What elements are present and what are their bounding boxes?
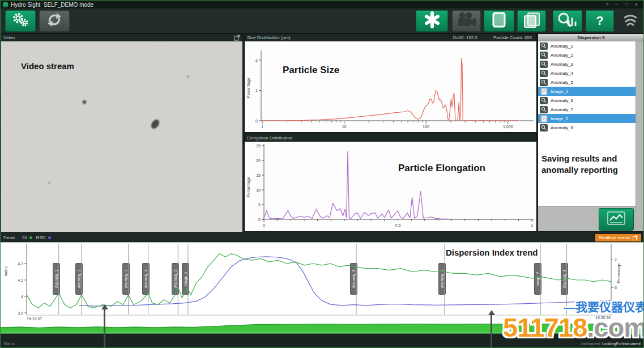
minimize-button[interactable]: – — [615, 1, 618, 9]
capture-frames-button[interactable] — [517, 10, 546, 32]
svg-text:0: 0 — [263, 223, 265, 227]
record-video-button[interactable] — [452, 10, 481, 32]
trend-overview-strip[interactable] — [1, 321, 644, 333]
rsd-legend-dot — [48, 236, 52, 240]
trend-marker-Image_2: Image_2 — [534, 263, 541, 295]
list-item-Anomaly_6[interactable]: Anomaly_6 — [538, 96, 636, 105]
image-icon — [540, 88, 548, 95]
trend-chart-area: Anomaly_1Anomaly_2Anomaly_3Anomaly_4Anom… — [1, 242, 644, 333]
magnifier-icon — [540, 61, 548, 68]
toolbar: ? — [1, 9, 643, 33]
sync-button[interactable] — [39, 10, 70, 32]
list-item-label: Anomaly_3 — [551, 62, 573, 67]
list-item-Anomaly_3[interactable]: Anomaly_3 — [538, 60, 636, 69]
list-item-Image_1[interactable]: Image_1 — [538, 87, 636, 96]
dispersion-header: Dispersion 5 — [538, 34, 644, 41]
size-panel-header: Size Distribution (µm) Dv50: 152.2 Parti… — [245, 34, 536, 41]
sidebar-footer — [538, 206, 636, 231]
svg-text:2: 2 — [615, 258, 617, 262]
trend-marker-Anomaly_5: Anomaly_5 — [172, 263, 179, 295]
particle-count-value: Particle Count: 655 — [493, 35, 532, 40]
size-distribution-chart: 0121101001,000Percentage — [245, 41, 536, 132]
list-item-Anomaly_1[interactable]: Anomaly_1 — [538, 41, 636, 50]
trend-marker-Anomaly_3: Anomaly_3 — [122, 263, 130, 295]
svg-text:1,000: 1,000 — [503, 125, 513, 129]
instrument-label: Instrument: — [581, 342, 601, 346]
save-report-button[interactable] — [599, 208, 634, 231]
elongation-panel-title: Elongation Distribution — [247, 135, 292, 141]
svg-text:4: 4 — [21, 295, 23, 299]
svg-text:Percentage: Percentage — [246, 78, 251, 98]
size-panel-title: Size Distribution (µm) — [247, 35, 291, 40]
list-item-label: Anomaly_5 — [551, 80, 573, 85]
di-legend-dot — [29, 236, 33, 240]
search-chart-icon — [556, 11, 579, 31]
time-start-label: 15:19:07 — [27, 317, 42, 321]
svg-text:1: 1 — [531, 223, 533, 227]
svg-text:5: 5 — [258, 203, 261, 207]
window-title: Hydro Sight SELF_DEMO mode — [11, 2, 93, 8]
index-axis-label: Index — [4, 266, 8, 276]
magnifier-icon — [540, 124, 548, 131]
sidebar-scrollbar[interactable] — [636, 41, 644, 231]
popout-icon[interactable] — [234, 35, 240, 41]
list-item-Image_2[interactable]: Image_2 — [538, 114, 636, 123]
list-item-label: Anomaly_7 — [551, 107, 573, 112]
copy-frames-icon — [522, 11, 541, 31]
trend-marker-Anomaly_4: Anomaly_4 — [142, 263, 150, 295]
instrument-status: Instrument: LookingForInstrument — [581, 342, 641, 346]
results-list: Anomaly_1Anomaly_2Anomaly_3Anomaly_4Anom… — [538, 41, 636, 132]
status-text: Status — [3, 342, 15, 346]
magnifier-icon — [540, 52, 548, 59]
svg-text:100: 100 — [423, 125, 429, 129]
video-panel-header: Video — [1, 34, 242, 41]
list-item-label: Anomaly_6 — [551, 98, 573, 103]
new-measurement-button[interactable] — [416, 10, 448, 32]
app-window: Hydro Sight SELF_DEMO mode ? – □ × — [0, 0, 644, 348]
sidebar-empty-area — [538, 132, 636, 206]
list-item-Anomaly_2[interactable]: Anomaly_2 — [538, 50, 636, 60]
settings-button[interactable] — [5, 10, 36, 32]
list-item-Anomaly_5[interactable]: Anomaly_5 — [538, 78, 636, 87]
svg-text:1: 1 — [255, 88, 258, 92]
trend-marker-Image_1: Image_1 — [182, 263, 189, 295]
trend-panel-header: Trend DI RSD Realtime trends — [1, 233, 643, 242]
legend-rsd: RSD — [36, 235, 52, 240]
capture-frame-button[interactable] — [484, 10, 514, 32]
magnifier-icon — [540, 79, 548, 86]
refresh-icon — [45, 11, 63, 31]
maximize-button[interactable]: □ — [625, 1, 628, 9]
image-icon — [540, 115, 548, 122]
results-sidebar: Dispersion 5 Anomaly_1Anomaly_2Anomaly_3… — [538, 33, 644, 232]
svg-text:10: 10 — [256, 188, 261, 192]
trend-title: Trend — [3, 235, 15, 240]
window-help-button[interactable]: ? — [605, 1, 608, 9]
video-panel: Video — [1, 33, 243, 232]
elongation-panel: Elongation Distribution 051015202500.51P… — [244, 134, 537, 232]
svg-text:25: 25 — [256, 144, 261, 148]
percentage-axis-label: Percentage — [617, 263, 621, 283]
legend-di: DI — [23, 235, 33, 240]
svg-text:Percentage: Percentage — [246, 177, 251, 197]
help-button[interactable]: ? — [586, 10, 614, 32]
time-end-label: 15:20:30 — [595, 316, 611, 320]
magnifier-icon — [540, 97, 548, 104]
trend-marker-Anomaly_8: Anomaly_8 — [561, 263, 568, 295]
svg-text:0.5: 0.5 — [395, 223, 401, 227]
elongation-chart: 051015202500.51Percentage — [245, 142, 536, 231]
svg-text:4.2: 4.2 — [18, 262, 23, 266]
close-button[interactable]: × — [635, 1, 638, 9]
frame-icon — [492, 11, 506, 31]
list-item-Anomaly_4[interactable]: Anomaly_4 — [538, 69, 636, 78]
list-item-Anomaly_8[interactable]: Anomaly_8 — [538, 123, 636, 132]
di-legend-label: DI — [23, 235, 27, 240]
realtime-trends-button[interactable]: Realtime trends — [595, 234, 641, 241]
size-distribution-panel: Size Distribution (µm) Dv50: 152.2 Parti… — [244, 33, 537, 133]
instrument-value: LookingForInstrument — [602, 342, 641, 346]
svg-text:3.9: 3.9 — [18, 311, 23, 315]
list-item-label: Anomaly_1 — [551, 44, 573, 49]
list-item-Anomaly_7[interactable]: Anomaly_7 — [538, 105, 636, 114]
app-logo-icon — [3, 2, 8, 7]
analyze-results-button[interactable] — [553, 10, 582, 32]
svg-text:1: 1 — [261, 125, 263, 129]
